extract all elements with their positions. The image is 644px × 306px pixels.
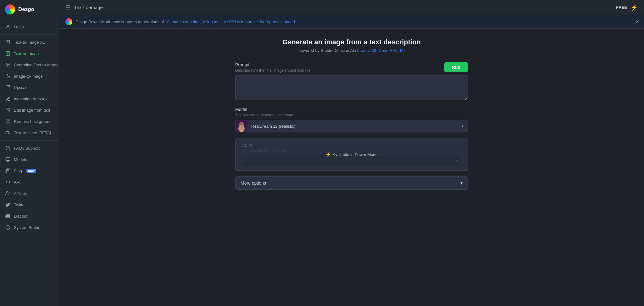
sidebar-item-upscale[interactable]: Upscale xyxy=(0,82,59,93)
sidebar-item-blog[interactable]: Blog NEW xyxy=(0,165,59,176)
content-subtext: powered by Stable Diffusion AI (Creative… xyxy=(72,48,631,53)
sidebar-item-text-to-video[interactable]: Text-to-video [BETA] xyxy=(0,127,59,138)
sidebar-item-models[interactable]: Models xyxy=(0,154,59,165)
model-hint: The AI used to generate the image. xyxy=(235,113,468,117)
image-to-image-icon xyxy=(5,73,11,79)
edit-image-icon xyxy=(5,107,11,113)
api-icon xyxy=(5,179,11,185)
prompt-textarea[interactable] xyxy=(235,75,468,100)
model-group: Model The AI used to generate the image. xyxy=(235,107,468,132)
sidebar-item-edit-image-label: Edit image from text xyxy=(14,108,50,113)
prompt-label: Prompt xyxy=(235,62,468,67)
sidebar-item-twitter[interactable]: Twitter xyxy=(0,199,59,210)
main-panel: ☰ Text-to-image FREE ⚡ Dezgo Power Mode … xyxy=(59,0,644,306)
upscale-icon xyxy=(5,85,11,90)
sidebar-section-links: FAQ / Support Models Blog NEW API Affi xyxy=(0,141,59,235)
video-icon xyxy=(5,130,11,136)
banner-close-button[interactable]: × xyxy=(636,19,639,25)
sidebar-item-remove-bg-label: Remove background xyxy=(14,119,52,124)
sidebar-item-text-to-image-xl-label: Text-to-Image XL xyxy=(14,40,45,45)
svg-point-4 xyxy=(7,64,8,65)
topbar: ☰ Text-to-image FREE ⚡ xyxy=(59,0,644,15)
person-icon xyxy=(5,24,11,30)
sidebar-item-api-label: API xyxy=(14,180,20,185)
sidebar-item-inpainting[interactable]: Inpainting from text xyxy=(0,93,59,104)
model-label: Model xyxy=(235,107,468,112)
sidebar-item-twitter-label: Twitter xyxy=(14,203,26,207)
sidebar-item-image-to-image[interactable]: Image-to-Image xyxy=(0,70,59,82)
content-heading: Generate an image from a text descriptio… xyxy=(72,38,631,46)
page-title: Text-to-image xyxy=(74,5,103,10)
sidebar-item-discord[interactable]: Discord xyxy=(0,210,59,222)
controlled-icon xyxy=(5,62,11,68)
prompt-hint: Describe how the final image should look… xyxy=(235,68,468,73)
sidebar-item-image-to-image-label: Image-to-Image xyxy=(14,74,43,79)
blog-badge: NEW xyxy=(26,169,36,173)
count-overlay: ⚡ Available in Power Mode xyxy=(236,138,468,170)
svg-rect-13 xyxy=(6,158,10,160)
sidebar-item-models-label: Models xyxy=(14,157,27,162)
twitter-icon xyxy=(5,202,11,208)
sidebar-item-edit-image[interactable]: Edit image from text xyxy=(0,104,59,116)
svg-point-0 xyxy=(7,25,8,27)
image-xl-icon xyxy=(5,39,11,45)
more-options-button[interactable]: More options ▾ xyxy=(235,176,468,190)
sidebar-item-login[interactable]: Login xyxy=(0,21,59,32)
topbar-left: ☰ Text-to-image xyxy=(65,4,103,11)
sidebar-item-api[interactable]: API xyxy=(0,176,59,188)
banner: Dezgo Power Mode now supports generation… xyxy=(59,15,644,29)
count-group: Count Number of images to generate 1 2 4… xyxy=(235,138,468,171)
sidebar-item-remove-bg[interactable]: Remove background xyxy=(0,116,59,127)
banner-highlight-link[interactable]: 10 images at a time, using multiple GPUs… xyxy=(165,19,296,24)
svg-rect-22 xyxy=(236,120,247,132)
bolt-icon[interactable]: ⚡ xyxy=(631,4,638,11)
sidebar-item-faq-label: FAQ / Support xyxy=(14,146,40,151)
content-area: Generate an image from a text descriptio… xyxy=(59,29,644,306)
app-logo xyxy=(5,4,15,14)
models-icon xyxy=(5,157,11,162)
sidebar-item-faq[interactable]: FAQ / Support xyxy=(0,142,59,154)
svg-rect-7 xyxy=(6,108,10,112)
run-button[interactable]: Run xyxy=(444,62,468,72)
more-options-label: More options xyxy=(241,181,266,186)
power-mode-badge: ⚡ Available in Power Mode xyxy=(325,152,378,157)
svg-rect-10 xyxy=(6,131,8,134)
text-to-image-icon xyxy=(5,51,11,56)
sidebar-item-system-status[interactable]: System Status xyxy=(0,222,59,233)
sidebar-section-tools: Text-to-Image XL Text-to-Image Controlle… xyxy=(0,35,59,141)
sidebar: Dezgo Login Text-to-Image XL Text-to-Ima… xyxy=(0,0,59,306)
svg-rect-3 xyxy=(6,52,10,55)
sidebar-item-text-to-video-label: Text-to-video [BETA] xyxy=(14,131,51,135)
sidebar-item-affiliate[interactable]: Affiliate xyxy=(0,188,59,199)
model-select[interactable]: RealDream 12 (realistic) Stable Diffusio… xyxy=(247,121,462,132)
hamburger-icon[interactable]: ☰ xyxy=(65,4,70,11)
more-options-chevron-icon: ▾ xyxy=(460,181,463,186)
sidebar-item-system-status-label: System Status xyxy=(14,225,40,230)
prompt-group: Prompt Describe how the final image shou… xyxy=(235,62,468,101)
sidebar-header: Dezgo xyxy=(0,0,59,19)
sidebar-item-affiliate-label: Affiliate xyxy=(14,191,27,196)
sidebar-item-text-to-image-xl[interactable]: Text-to-Image XL xyxy=(0,36,59,48)
license-link[interactable]: CreativeML Open RAIL-M xyxy=(357,48,403,53)
sidebar-item-login-label: Login xyxy=(14,25,24,29)
model-chevron-icon: ▾ xyxy=(462,124,468,129)
discord-icon xyxy=(5,213,11,219)
form-container: Run Prompt Describe how the final image … xyxy=(235,62,468,190)
app-title: Dezgo xyxy=(18,6,34,13)
sidebar-item-text-to-image-label: Text-to-Image xyxy=(14,51,39,56)
svg-point-14 xyxy=(6,192,8,193)
affiliate-icon xyxy=(5,191,11,196)
sidebar-item-text-to-image[interactable]: Text-to-Image xyxy=(0,48,59,59)
topbar-right: FREE ⚡ xyxy=(616,4,638,11)
sidebar-section-login: Login xyxy=(0,19,59,35)
page-header: Generate an image from a text descriptio… xyxy=(72,38,631,53)
sidebar-item-controlled-label: Controlled Text-to-Image xyxy=(14,63,58,67)
power-mode-label: Available in Power Mode xyxy=(333,152,378,157)
banner-logo-icon xyxy=(65,18,72,25)
sidebar-item-inpainting-label: Inpainting from text xyxy=(14,97,49,101)
svg-point-2 xyxy=(7,41,8,42)
blog-icon xyxy=(5,168,11,174)
bolt-power-icon: ⚡ xyxy=(325,152,331,157)
model-select-wrapper: RealDream 12 (realistic) Stable Diffusio… xyxy=(235,120,468,132)
sidebar-item-controlled-text-to-image[interactable]: Controlled Text-to-Image xyxy=(0,59,59,70)
